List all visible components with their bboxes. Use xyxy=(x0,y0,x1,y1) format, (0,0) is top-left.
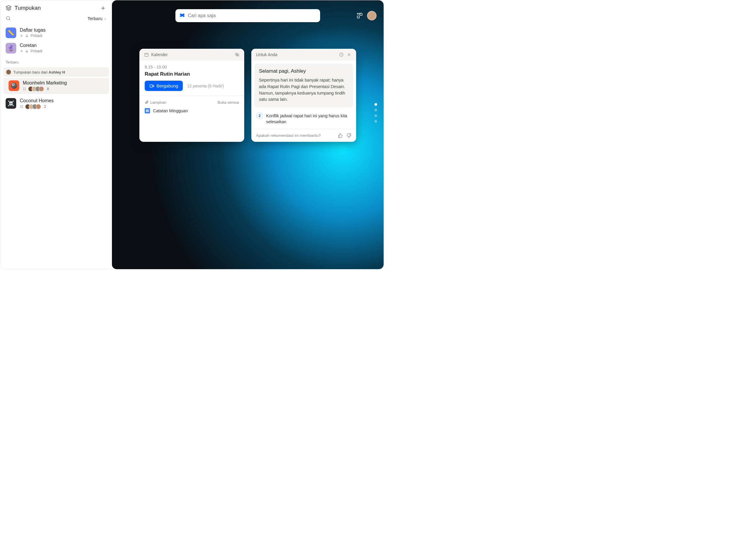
pin-icon xyxy=(20,49,23,53)
calendar-icon xyxy=(144,52,149,57)
feedback-question: Apakah rekomendasi ini membantu? xyxy=(256,133,321,138)
sidebar-item-title: Coretan xyxy=(20,43,42,48)
sidebar-item-title: Moonhelm Marketing xyxy=(23,81,67,86)
member-avatars xyxy=(28,86,44,91)
svg-rect-6 xyxy=(25,89,26,90)
grid-icon xyxy=(20,105,23,108)
apps-grid-icon[interactable] xyxy=(356,12,363,19)
sidebar-item-coretan[interactable]: 🔮 Coretan Pribadi xyxy=(0,40,112,56)
svg-rect-13 xyxy=(357,16,359,18)
stack-icon xyxy=(6,5,12,11)
thumbs-down-icon[interactable] xyxy=(346,133,351,138)
greeting-title: Selamat pagi, Ashley xyxy=(259,68,348,74)
main-canvas: Kalender 9.15 - 10.00 Rapat Rutin Harian… xyxy=(112,0,383,269)
video-icon xyxy=(149,83,154,88)
svg-rect-4 xyxy=(25,88,26,89)
card-title: Untuk Anda xyxy=(256,52,277,57)
grid-icon xyxy=(23,87,26,91)
sort-dropdown[interactable]: Terbaru ⌄ xyxy=(87,16,107,21)
clock-icon[interactable] xyxy=(339,52,344,57)
sidebar-title: Tumpukan xyxy=(15,5,41,11)
sidebar: Tumpukan ＋ Terbaru ⌄ 📏 Daftar tugas Prib… xyxy=(0,0,112,269)
user-avatar[interactable] xyxy=(367,11,377,21)
svg-rect-1 xyxy=(26,35,28,37)
svg-rect-2 xyxy=(26,51,28,52)
svg-rect-15 xyxy=(145,53,148,56)
sidebar-item-coconut[interactable]: ☠️ Coconut Homes 2 xyxy=(0,96,112,112)
sort-label: Terbaru xyxy=(87,16,102,21)
sidebar-item-title: Daftar tugas xyxy=(20,27,45,33)
privacy-label: Pribadi xyxy=(30,49,42,53)
count-badge: 2 xyxy=(257,113,263,119)
new-stack-banner[interactable]: Tumpukan baru dari Ashley H xyxy=(3,67,109,77)
join-button[interactable]: Bergabung xyxy=(145,81,183,91)
pin-icon xyxy=(20,34,23,37)
banner-text: Tumpukan baru dari Ashley H xyxy=(13,70,65,75)
sidebar-section-label: Terbaru xyxy=(0,56,112,66)
member-count: 2 xyxy=(44,105,46,109)
author-avatar xyxy=(6,70,11,75)
member-avatars xyxy=(25,104,41,109)
sidebar-search-icon[interactable] xyxy=(6,16,11,21)
add-stack-button[interactable]: ＋ xyxy=(100,4,107,12)
paperclip-icon xyxy=(145,100,149,104)
emoji-icon: 🔮 xyxy=(6,43,16,53)
lock-icon xyxy=(25,49,29,53)
for-you-card: Untuk Anda Selamat pagi, Ashley Sepertin… xyxy=(251,49,356,142)
dot-1[interactable] xyxy=(375,103,377,106)
greeting-text: Sepertinya hari ini tidak banyak rapat; … xyxy=(259,77,348,103)
event-time: 9.15 - 10.00 xyxy=(145,65,239,70)
svg-rect-17 xyxy=(150,85,152,87)
dot-3[interactable] xyxy=(375,114,377,117)
event-title: Rapat Rutin Harian xyxy=(145,71,239,77)
eye-off-icon[interactable] xyxy=(235,52,239,57)
calendar-card: Kalender 9.15 - 10.00 Rapat Rutin Harian… xyxy=(139,49,244,142)
svg-rect-10 xyxy=(22,107,23,108)
svg-point-11 xyxy=(357,13,359,15)
sidebar-item-daftar-tugas[interactable]: 📏 Daftar tugas Pribadi xyxy=(0,25,112,40)
dot-2[interactable] xyxy=(375,109,377,111)
privacy-label: Pribadi xyxy=(30,33,42,38)
lock-icon xyxy=(25,34,29,37)
svg-rect-8 xyxy=(22,105,23,107)
card-title: Kalender xyxy=(151,52,168,57)
svg-rect-3 xyxy=(23,88,25,89)
sidebar-item-title: Coconut Homes xyxy=(20,98,54,103)
attachment-item[interactable]: Catatan Mingguan xyxy=(145,107,239,115)
chevron-down-icon: ⌄ xyxy=(104,16,107,21)
svg-rect-9 xyxy=(21,107,22,108)
search-box[interactable] xyxy=(176,9,320,22)
document-icon xyxy=(145,108,150,113)
svg-rect-5 xyxy=(23,89,25,90)
open-all-link[interactable]: Buka semua xyxy=(218,100,239,105)
attendee-count: 12 peserta (9 Hadir) xyxy=(187,83,224,88)
attachments-label: Lampiran xyxy=(150,100,166,105)
join-label: Bergabung xyxy=(157,83,178,88)
emoji-icon: 🎱 xyxy=(9,81,19,91)
svg-rect-7 xyxy=(21,105,22,107)
recommendation-item[interactable]: 2 Konflik jadwal rapat hari ini yang har… xyxy=(251,111,356,129)
search-input[interactable] xyxy=(188,13,316,18)
dot-4[interactable] xyxy=(375,120,377,123)
app-logo-icon xyxy=(179,13,185,18)
sidebar-item-moonhelm[interactable]: 🎱 Moonhelm Marketing 8 xyxy=(3,78,109,94)
emoji-icon: ☠️ xyxy=(6,98,16,109)
thumbs-up-icon[interactable] xyxy=(338,133,343,138)
recommendation-text: Konflik jadwal rapat hari ini yang harus… xyxy=(266,113,351,125)
attachment-name: Catatan Mingguan xyxy=(153,108,188,113)
emoji-icon: 📏 xyxy=(6,27,16,38)
page-dots[interactable] xyxy=(375,103,377,123)
close-icon[interactable] xyxy=(347,52,351,57)
member-count: 8 xyxy=(47,87,49,91)
svg-point-0 xyxy=(7,17,10,20)
